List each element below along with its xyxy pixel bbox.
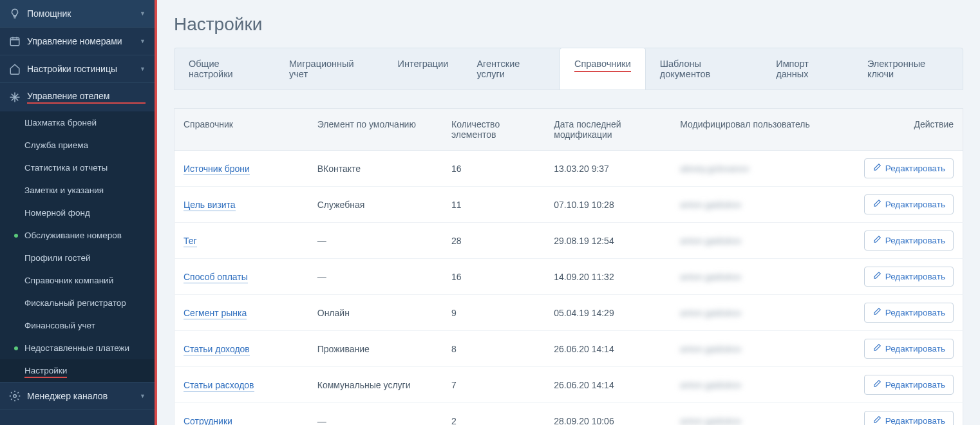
svg-point-1 xyxy=(14,395,17,398)
cell-default: — xyxy=(308,259,442,295)
sidebar-sub-stats[interactable]: Статистика и отчеты xyxy=(0,156,155,179)
cell-date: 05.04.19 14:29 xyxy=(545,295,671,331)
chevron-down-icon: ▼ xyxy=(140,393,146,399)
edit-button[interactable]: Редактировать xyxy=(864,231,954,250)
cell-date: 29.08.19 12:54 xyxy=(545,223,671,259)
tab-general[interactable]: Общие настройки xyxy=(174,48,275,90)
sidebar-sub-chessboard[interactable]: Шахматка броней xyxy=(0,111,155,134)
chevron-down-icon: ▼ xyxy=(140,38,146,44)
directory-link[interactable]: Способ оплаты xyxy=(184,272,248,283)
sidebar-item-label: Настройки гостиницы xyxy=(27,64,140,74)
sidebar-sub-room-fund[interactable]: Номерной фонд xyxy=(0,202,155,224)
sidebar-sub-settings[interactable]: Настройки xyxy=(0,359,155,382)
pencil-icon xyxy=(872,307,881,318)
table-row: Сегмент рынкаОнлайн905.04.19 14:29anton.… xyxy=(174,295,963,331)
tabs: Общие настройки Миграционный учет Интегр… xyxy=(174,48,963,90)
edit-button[interactable]: Редактировать xyxy=(864,339,954,359)
sidebar-sub-notes[interactable]: Заметки и указания xyxy=(0,179,155,202)
cell-user: anton.gaidukov xyxy=(671,331,845,367)
sidebar-item-label: Помощник xyxy=(27,8,140,19)
cell-default: — xyxy=(308,223,442,259)
sidebar-sub-guest-profiles[interactable]: Профили гостей xyxy=(0,247,155,269)
tab-agent-services[interactable]: Агентские услуги xyxy=(462,48,560,90)
directory-link[interactable]: Статьи доходов xyxy=(184,344,250,355)
cell-user: anton.gaidukov xyxy=(671,223,845,259)
cell-date: 13.03.20 9:37 xyxy=(545,151,671,187)
svg-rect-0 xyxy=(10,38,19,46)
sidebar-sub-finance[interactable]: Финансовый учет xyxy=(0,314,155,337)
pencil-icon xyxy=(872,379,881,390)
pencil-icon xyxy=(872,271,881,282)
tab-migration[interactable]: Миграционный учет xyxy=(275,48,383,90)
cell-count: 16 xyxy=(442,259,545,295)
sidebar-item-hotel-settings[interactable]: Настройки гостиницы ▼ xyxy=(0,55,155,82)
tab-directories[interactable]: Справочники xyxy=(560,48,646,90)
sidebar-item-rooms[interactable]: Управление номерами ▼ xyxy=(0,28,155,55)
cell-count: 9 xyxy=(442,295,545,331)
cell-default: — xyxy=(308,403,442,426)
table-row: Статьи доходовПроживание826.06.20 14:14a… xyxy=(174,331,963,367)
sidebar-item-label: Управление номерами xyxy=(27,36,140,46)
sidebar-item-hotel-management[interactable]: Управление отелем xyxy=(0,83,155,111)
pencil-icon xyxy=(872,163,881,174)
cell-user: alexey.golovanov xyxy=(671,151,845,187)
directory-link[interactable]: Цель визита xyxy=(184,200,236,211)
snowflake-icon xyxy=(9,91,21,103)
gear-icon xyxy=(9,390,21,402)
calendar-icon xyxy=(9,35,21,47)
lightbulb-icon xyxy=(9,8,21,19)
cell-date: 26.06.20 14:14 xyxy=(545,367,671,403)
sidebar-item-label: Управление отелем xyxy=(27,91,146,104)
directory-link[interactable]: Сегмент рынка xyxy=(184,308,247,319)
cell-count: 2 xyxy=(442,403,545,426)
tab-ekeys[interactable]: Электронные ключи xyxy=(853,48,963,90)
cell-default: Служебная xyxy=(308,187,442,223)
directory-link[interactable]: Статьи расходов xyxy=(184,380,254,392)
edit-button[interactable]: Редактировать xyxy=(864,194,954,214)
edit-button[interactable]: Редактировать xyxy=(864,411,954,425)
sidebar-item-assistant[interactable]: Помощник ▼ xyxy=(0,0,155,27)
pencil-icon xyxy=(872,235,881,246)
sidebar-item-label: Менеджер каналов xyxy=(27,391,140,401)
directory-link[interactable]: Источник брони xyxy=(184,164,250,175)
pencil-icon xyxy=(872,199,881,210)
table-row: Статьи расходовКоммунальные услуги726.06… xyxy=(174,367,963,403)
cell-count: 7 xyxy=(442,367,545,403)
cell-date: 14.09.20 11:32 xyxy=(545,259,671,295)
cell-default: Коммунальные услуги xyxy=(308,367,442,403)
sidebar-sub-housekeeping[interactable]: Обслуживание номеров xyxy=(0,224,155,247)
edit-button[interactable]: Редактировать xyxy=(864,158,954,178)
tab-doc-templates[interactable]: Шаблоны документов xyxy=(646,48,762,90)
table-row: Тег—2829.08.19 12:54anton.gaidukovРедакт… xyxy=(174,223,963,259)
chevron-down-icon: ▼ xyxy=(140,66,146,72)
th-default: Элемент по умолчанию xyxy=(308,109,442,151)
table-row: Источник брониВКонтакте1613.03.20 9:37al… xyxy=(174,151,963,187)
directory-link[interactable]: Сотрудники xyxy=(184,416,232,426)
pencil-icon xyxy=(872,343,881,354)
edit-button[interactable]: Редактировать xyxy=(864,303,954,323)
cell-user: anton.gaidukov xyxy=(671,367,845,403)
sidebar-sub-companies[interactable]: Справочник компаний xyxy=(0,269,155,292)
directory-link[interactable]: Тег xyxy=(184,236,197,247)
chevron-down-icon: ▼ xyxy=(140,10,146,17)
th-action: Действие xyxy=(845,109,963,151)
cell-user: anton.gaidukov xyxy=(671,259,845,295)
pencil-icon xyxy=(872,415,881,425)
cell-user: anton.gaidukov xyxy=(671,187,845,223)
cell-count: 8 xyxy=(442,331,545,367)
sidebar-item-channel-manager[interactable]: Менеджер каналов ▼ xyxy=(0,382,155,410)
tab-import[interactable]: Импорт данных xyxy=(762,48,853,90)
th-count: Количество элементов xyxy=(442,109,545,151)
table-row: Способ оплаты—1614.09.20 11:32anton.gaid… xyxy=(174,259,963,295)
sidebar-sub-fiscal[interactable]: Фискальный регистратор xyxy=(0,292,155,314)
table-row: Цель визитаСлужебная1107.10.19 10:28anto… xyxy=(174,187,963,223)
th-date: Дата последней модификации xyxy=(545,109,671,151)
edit-button[interactable]: Редактировать xyxy=(864,267,954,287)
cell-date: 26.06.20 14:14 xyxy=(545,331,671,367)
sidebar-sub-failed-payments[interactable]: Недоставленные платежи xyxy=(0,337,155,359)
th-user: Модифицировал пользователь xyxy=(671,109,845,151)
cell-user: anton.gaidukov xyxy=(671,295,845,331)
edit-button[interactable]: Редактировать xyxy=(864,375,954,395)
sidebar-sub-reception[interactable]: Служба приема xyxy=(0,134,155,156)
tab-integrations[interactable]: Интеграции xyxy=(383,48,462,90)
